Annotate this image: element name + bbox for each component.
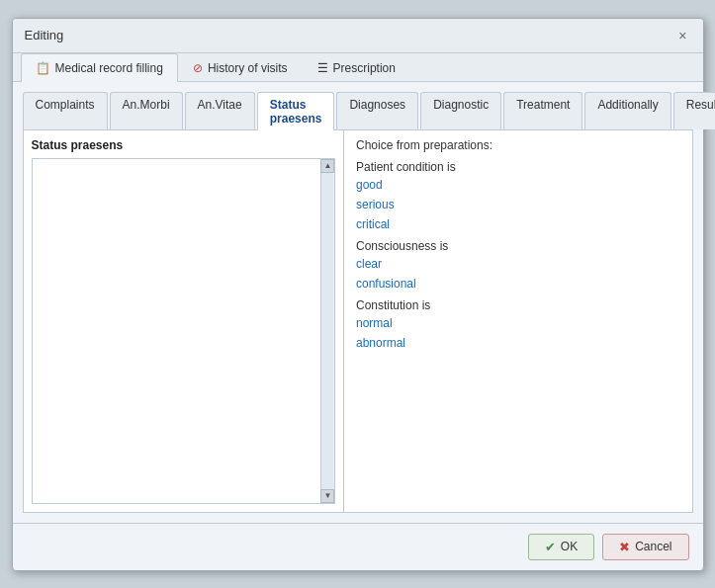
dialog-footer: ✔ OK ✖ Cancel (13, 523, 703, 570)
tab-anvitae[interactable]: An.Vitae (185, 92, 255, 129)
tab-result[interactable]: Result (673, 92, 715, 129)
tab-history-visits[interactable]: ⊘ History of visits (178, 53, 303, 82)
tab-diagnostic[interactable]: Diagnostic (420, 92, 501, 129)
text-area-wrapper: ▲ ▼ (32, 158, 335, 504)
dialog-title: Editing (25, 28, 64, 42)
tab-prescription[interactable]: ☰ Prescription (303, 53, 410, 82)
ok-icon: ✔ (545, 540, 556, 554)
section-patient-condition-heading: Patient condition is (356, 160, 680, 174)
tab-status-praesens[interactable]: Status praesens (257, 92, 335, 130)
section-consciousness-heading: Consciousness is (356, 239, 680, 253)
link-clear[interactable]: clear (356, 257, 680, 271)
content-panel: Status praesens ▲ ▼ Choice from preparat… (23, 130, 693, 513)
prescription-icon: ☰ (317, 61, 328, 75)
scroll-thumb[interactable] (321, 173, 333, 489)
link-good[interactable]: good (356, 178, 680, 192)
cancel-button[interactable]: ✖ Cancel (602, 534, 688, 560)
link-critical[interactable]: critical (356, 217, 680, 231)
tab-treatment[interactable]: Treatment (503, 92, 582, 129)
link-confusional[interactable]: confusional (356, 277, 680, 291)
ok-button[interactable]: ✔ OK (528, 534, 594, 560)
scroll-down-arrow[interactable]: ▼ (320, 489, 334, 503)
editing-dialog: Editing × 📋 Medical record filling ⊘ His… (12, 18, 704, 571)
close-button[interactable]: × (674, 27, 690, 44)
choice-label: Choice from preparations: (356, 138, 680, 152)
title-bar: Editing × (13, 19, 703, 53)
cancel-icon: ✖ (619, 540, 630, 554)
tab-anmorbi[interactable]: An.Morbi (110, 92, 183, 129)
section-constitution-heading: Constitution is (356, 298, 680, 312)
tab-complaints[interactable]: Complaints (23, 92, 108, 129)
link-abnormal[interactable]: abnormal (356, 336, 680, 350)
link-serious[interactable]: serious (356, 198, 680, 211)
left-panel-label: Status praesens (32, 138, 335, 152)
status-praesens-textarea[interactable] (33, 159, 320, 503)
medical-icon: 📋 (36, 61, 50, 75)
right-panel: Choice from preparations: Patient condit… (344, 130, 692, 512)
scroll-up-arrow[interactable]: ▲ (320, 159, 334, 173)
link-normal[interactable]: normal (356, 316, 680, 330)
scrollbar-vertical[interactable]: ▲ ▼ (320, 159, 334, 503)
history-icon: ⊘ (193, 61, 203, 75)
inner-tabs: Complaints An.Morbi An.Vitae Status prae… (23, 92, 693, 130)
left-panel: Status praesens ▲ ▼ (24, 130, 344, 512)
tab-diagnoses[interactable]: Diagnoses (336, 92, 418, 129)
top-tabs: 📋 Medical record filling ⊘ History of vi… (13, 53, 703, 82)
tab-additionally[interactable]: Additionally (584, 92, 670, 129)
tab-medical-record[interactable]: 📋 Medical record filling (21, 53, 178, 82)
main-content: Complaints An.Morbi An.Vitae Status prae… (13, 82, 703, 523)
